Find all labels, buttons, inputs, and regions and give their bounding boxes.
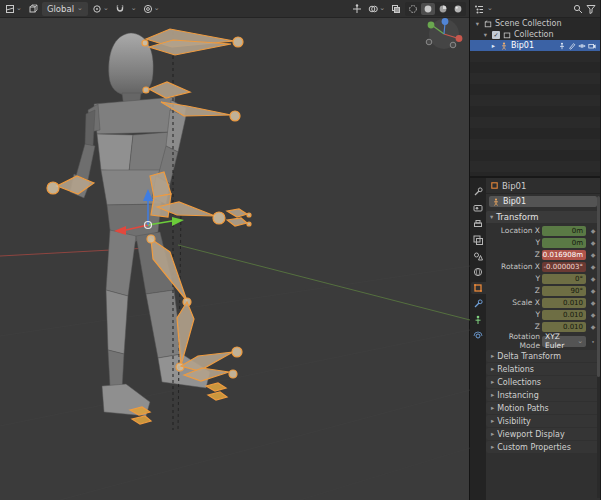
proportional-editing-dropdown[interactable]: ⌄ (141, 2, 162, 16)
transform-row-3: Rotation X-0.000003°◆ (488, 261, 598, 272)
object-name-row: Bip01 (486, 194, 600, 209)
panel-viewport-display[interactable]: ▸Viewport Display (486, 428, 600, 440)
physics-icon (473, 331, 483, 341)
disclosure-triangle[interactable]: ▾ (482, 31, 489, 39)
nav-axis-neg-y[interactable] (450, 42, 456, 48)
object-name-value: Bip01 (503, 197, 526, 206)
show-overlays-dropdown[interactable]: ⌄ (366, 2, 387, 16)
nav-axis-z[interactable] (442, 18, 449, 25)
field-value[interactable]: 90° (542, 286, 586, 296)
field-value[interactable]: 0.010 (542, 298, 586, 308)
field-value[interactable]: -0.000003° (542, 262, 586, 272)
shading-wireframe-button[interactable] (406, 3, 420, 15)
3d-viewport[interactable]: ⌄ Global ⌄ ⌄ (0, 0, 470, 500)
field-value[interactable]: -0.016908m (542, 250, 586, 260)
viewport-header: ⌄ Global ⌄ ⌄ (0, 0, 469, 18)
field-label: Rotation X (488, 262, 540, 271)
gizmo-y-arrow[interactable] (172, 217, 184, 226)
chevron-down-icon: ⌄ (487, 5, 493, 12)
snap-toggle[interactable] (113, 2, 127, 16)
panel-delta-transform[interactable]: ▸Delta Transform (486, 350, 600, 362)
panel-custom-properties[interactable]: ▸Custom Properties (486, 441, 600, 453)
panel-collections[interactable]: ▸Collections (486, 376, 600, 388)
xray-toggle[interactable] (389, 2, 403, 16)
tab-object[interactable] (471, 282, 486, 294)
tab-render[interactable] (471, 202, 486, 214)
wrench-icon (473, 299, 483, 309)
render-icon (473, 203, 483, 213)
tab-modifiers[interactable] (471, 298, 486, 310)
disclosure-triangle[interactable]: ▾ (474, 20, 481, 28)
mode-dropdown[interactable] (26, 2, 40, 16)
viewport-canvas[interactable] (0, 18, 470, 500)
tab-tool[interactable] (471, 186, 486, 198)
filter-icon[interactable] (586, 4, 596, 14)
armature-data-icon[interactable] (568, 42, 576, 50)
transform-row-2: Z-0.016908m◆ (488, 249, 598, 260)
field-label: Z (488, 322, 540, 331)
shading-solid-button[interactable] (421, 3, 435, 15)
transform-row-1: Y0m◆ (488, 237, 598, 248)
panel-title: Visibility (497, 417, 531, 426)
camera-icon[interactable] (588, 42, 596, 50)
shading-material-button[interactable] (436, 3, 450, 15)
pose-icon[interactable] (558, 42, 566, 50)
nav-axis-neg-x[interactable] (426, 39, 432, 45)
object-icon (492, 198, 500, 206)
proportional-editing-icon (143, 4, 153, 14)
outliner-item-label: Collection (514, 30, 554, 39)
rotation-mode-dropdown[interactable]: XYZ Euler ⌄ (542, 336, 586, 347)
tab-output[interactable] (471, 218, 486, 230)
chevron-down-icon: ⌄ (103, 5, 109, 12)
panel-title: Collections (497, 378, 541, 387)
panel-motion-paths[interactable]: ▸Motion Paths (486, 402, 600, 414)
collection-checkbox[interactable]: ✓ (492, 31, 500, 39)
properties-scrollbar[interactable] (597, 196, 600, 498)
outliner-editor-icon[interactable] (474, 4, 484, 14)
field-label: Y (488, 310, 540, 319)
gizmo-center[interactable] (145, 222, 152, 229)
panel-relations[interactable]: ▸Relations (486, 363, 600, 375)
tab-scene[interactable] (471, 250, 486, 262)
outliner-row-collection[interactable]: ▾ ✓ Collection (470, 29, 600, 40)
panel-title: Motion Paths (497, 404, 548, 413)
solid-sphere-icon (423, 4, 433, 14)
transform-panel-header[interactable]: ▾ Transform (486, 211, 600, 223)
field-value[interactable]: 0.010 (542, 322, 586, 332)
orientation-label: Global (47, 4, 74, 14)
object-properties-icon (473, 283, 483, 293)
tab-data[interactable] (471, 314, 486, 326)
outliner-row-scene-collection[interactable]: ▾ Scene Collection (470, 18, 600, 29)
shading-rendered-button[interactable] (451, 3, 465, 15)
field-value[interactable]: 0m (542, 238, 586, 248)
outliner-row-bip01[interactable]: ▸ Bip01 (470, 40, 600, 51)
object-name-field[interactable]: Bip01 (489, 196, 597, 207)
breadcrumb-object-name: Bip01 (502, 181, 526, 191)
editor-type-button[interactable]: ⌄ (3, 2, 24, 16)
navigation-gizmo[interactable] (426, 18, 462, 49)
rotation-mode-value: XYZ Euler (545, 332, 577, 350)
field-value[interactable]: 0.010 (542, 310, 586, 320)
field-value[interactable]: 0m (542, 226, 586, 236)
search-icon[interactable] (573, 4, 583, 14)
nav-axis-y[interactable] (428, 22, 435, 29)
eye-icon[interactable] (578, 42, 586, 50)
field-value[interactable]: 0° (542, 274, 586, 284)
panel-visibility[interactable]: ▸Visibility (486, 415, 600, 427)
right-panel: ⌄ ▾ Scene Collection ▾ ✓ (470, 0, 600, 500)
tab-physics[interactable] (471, 330, 486, 342)
disclosure-triangle: ▸ (491, 378, 494, 386)
character-mesh[interactable] (70, 33, 210, 416)
tab-view-layer[interactable] (471, 234, 486, 246)
printer-icon (473, 219, 483, 229)
orientation-dropdown[interactable]: Global ⌄ (42, 2, 88, 16)
disclosure-triangle[interactable]: ▸ (490, 42, 497, 50)
tab-world[interactable] (471, 266, 486, 278)
pivot-point-dropdown[interactable]: ⌄ (90, 2, 111, 16)
nav-axis-x[interactable] (456, 35, 463, 42)
outliner-row-icons (558, 42, 598, 50)
scrollbar-handle[interactable] (597, 196, 600, 377)
show-gizmo-toggle[interactable] (350, 2, 364, 16)
snap-settings-dropdown[interactable]: ⌄ (129, 2, 139, 16)
panel-instancing[interactable]: ▸Instancing (486, 389, 600, 401)
